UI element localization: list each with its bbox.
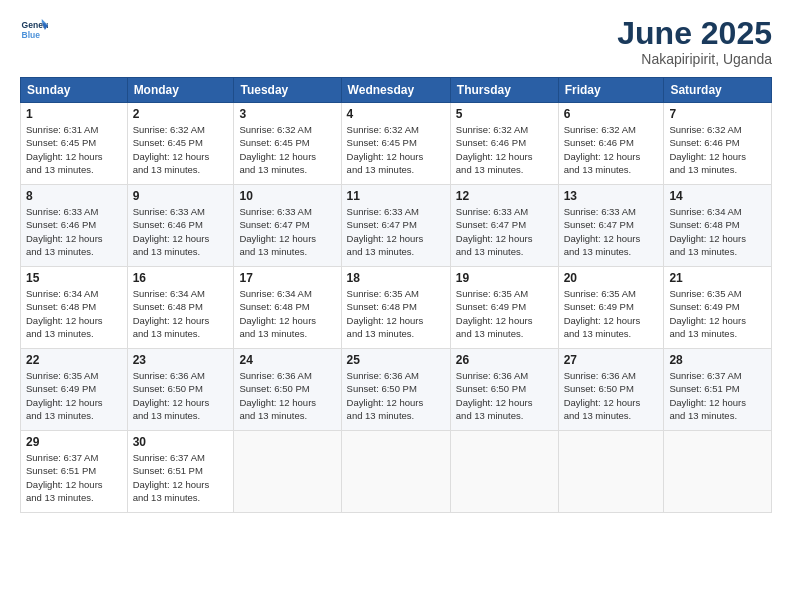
week-row-2: 8Sunrise: 6:33 AM Sunset: 6:46 PM Daylig… (21, 185, 772, 267)
day-number: 3 (239, 107, 335, 121)
day-number: 27 (564, 353, 659, 367)
day-info: Sunrise: 6:37 AM Sunset: 6:51 PM Dayligh… (133, 451, 229, 504)
location: Nakapiripirit, Uganda (617, 51, 772, 67)
table-row: 27Sunrise: 6:36 AM Sunset: 6:50 PM Dayli… (558, 349, 664, 431)
table-row: 5Sunrise: 6:32 AM Sunset: 6:46 PM Daylig… (450, 103, 558, 185)
day-number: 16 (133, 271, 229, 285)
col-thursday: Thursday (450, 78, 558, 103)
day-number: 2 (133, 107, 229, 121)
day-info: Sunrise: 6:35 AM Sunset: 6:49 PM Dayligh… (26, 369, 122, 422)
table-row: 28Sunrise: 6:37 AM Sunset: 6:51 PM Dayli… (664, 349, 772, 431)
table-row: 11Sunrise: 6:33 AM Sunset: 6:47 PM Dayli… (341, 185, 450, 267)
day-info: Sunrise: 6:36 AM Sunset: 6:50 PM Dayligh… (347, 369, 445, 422)
day-number: 29 (26, 435, 122, 449)
header: General Blue June 2025 Nakapiripirit, Ug… (20, 16, 772, 67)
table-row: 1Sunrise: 6:31 AM Sunset: 6:45 PM Daylig… (21, 103, 128, 185)
table-row: 13Sunrise: 6:33 AM Sunset: 6:47 PM Dayli… (558, 185, 664, 267)
table-row (664, 431, 772, 513)
week-row-5: 29Sunrise: 6:37 AM Sunset: 6:51 PM Dayli… (21, 431, 772, 513)
day-number: 22 (26, 353, 122, 367)
day-info: Sunrise: 6:36 AM Sunset: 6:50 PM Dayligh… (456, 369, 553, 422)
table-row: 22Sunrise: 6:35 AM Sunset: 6:49 PM Dayli… (21, 349, 128, 431)
day-number: 23 (133, 353, 229, 367)
day-number: 28 (669, 353, 766, 367)
day-number: 15 (26, 271, 122, 285)
day-info: Sunrise: 6:34 AM Sunset: 6:48 PM Dayligh… (26, 287, 122, 340)
day-info: Sunrise: 6:33 AM Sunset: 6:47 PM Dayligh… (564, 205, 659, 258)
table-row (341, 431, 450, 513)
table-row: 20Sunrise: 6:35 AM Sunset: 6:49 PM Dayli… (558, 267, 664, 349)
month-title: June 2025 (617, 16, 772, 51)
col-monday: Monday (127, 78, 234, 103)
table-row: 18Sunrise: 6:35 AM Sunset: 6:48 PM Dayli… (341, 267, 450, 349)
day-number: 20 (564, 271, 659, 285)
day-number: 19 (456, 271, 553, 285)
table-row: 26Sunrise: 6:36 AM Sunset: 6:50 PM Dayli… (450, 349, 558, 431)
day-info: Sunrise: 6:37 AM Sunset: 6:51 PM Dayligh… (26, 451, 122, 504)
day-info: Sunrise: 6:36 AM Sunset: 6:50 PM Dayligh… (239, 369, 335, 422)
day-number: 4 (347, 107, 445, 121)
day-info: Sunrise: 6:35 AM Sunset: 6:48 PM Dayligh… (347, 287, 445, 340)
logo-icon: General Blue (20, 16, 48, 44)
table-row: 9Sunrise: 6:33 AM Sunset: 6:46 PM Daylig… (127, 185, 234, 267)
table-row: 19Sunrise: 6:35 AM Sunset: 6:49 PM Dayli… (450, 267, 558, 349)
table-row (234, 431, 341, 513)
week-row-3: 15Sunrise: 6:34 AM Sunset: 6:48 PM Dayli… (21, 267, 772, 349)
table-row: 21Sunrise: 6:35 AM Sunset: 6:49 PM Dayli… (664, 267, 772, 349)
day-info: Sunrise: 6:33 AM Sunset: 6:47 PM Dayligh… (347, 205, 445, 258)
table-row: 25Sunrise: 6:36 AM Sunset: 6:50 PM Dayli… (341, 349, 450, 431)
table-row: 7Sunrise: 6:32 AM Sunset: 6:46 PM Daylig… (664, 103, 772, 185)
col-sunday: Sunday (21, 78, 128, 103)
day-info: Sunrise: 6:32 AM Sunset: 6:46 PM Dayligh… (669, 123, 766, 176)
day-info: Sunrise: 6:32 AM Sunset: 6:45 PM Dayligh… (133, 123, 229, 176)
day-info: Sunrise: 6:36 AM Sunset: 6:50 PM Dayligh… (133, 369, 229, 422)
week-row-1: 1Sunrise: 6:31 AM Sunset: 6:45 PM Daylig… (21, 103, 772, 185)
week-row-4: 22Sunrise: 6:35 AM Sunset: 6:49 PM Dayli… (21, 349, 772, 431)
col-tuesday: Tuesday (234, 78, 341, 103)
table-row (558, 431, 664, 513)
day-info: Sunrise: 6:33 AM Sunset: 6:47 PM Dayligh… (239, 205, 335, 258)
table-row: 10Sunrise: 6:33 AM Sunset: 6:47 PM Dayli… (234, 185, 341, 267)
day-number: 25 (347, 353, 445, 367)
day-number: 6 (564, 107, 659, 121)
day-info: Sunrise: 6:36 AM Sunset: 6:50 PM Dayligh… (564, 369, 659, 422)
day-number: 13 (564, 189, 659, 203)
col-saturday: Saturday (664, 78, 772, 103)
col-friday: Friday (558, 78, 664, 103)
table-row: 3Sunrise: 6:32 AM Sunset: 6:45 PM Daylig… (234, 103, 341, 185)
day-info: Sunrise: 6:32 AM Sunset: 6:46 PM Dayligh… (564, 123, 659, 176)
day-number: 17 (239, 271, 335, 285)
day-number: 24 (239, 353, 335, 367)
day-info: Sunrise: 6:35 AM Sunset: 6:49 PM Dayligh… (669, 287, 766, 340)
day-info: Sunrise: 6:32 AM Sunset: 6:45 PM Dayligh… (347, 123, 445, 176)
table-row: 15Sunrise: 6:34 AM Sunset: 6:48 PM Dayli… (21, 267, 128, 349)
table-row: 24Sunrise: 6:36 AM Sunset: 6:50 PM Dayli… (234, 349, 341, 431)
header-row: Sunday Monday Tuesday Wednesday Thursday… (21, 78, 772, 103)
table-row: 23Sunrise: 6:36 AM Sunset: 6:50 PM Dayli… (127, 349, 234, 431)
day-info: Sunrise: 6:33 AM Sunset: 6:46 PM Dayligh… (26, 205, 122, 258)
day-info: Sunrise: 6:34 AM Sunset: 6:48 PM Dayligh… (133, 287, 229, 340)
day-number: 30 (133, 435, 229, 449)
day-number: 14 (669, 189, 766, 203)
calendar-table: Sunday Monday Tuesday Wednesday Thursday… (20, 77, 772, 513)
day-info: Sunrise: 6:33 AM Sunset: 6:47 PM Dayligh… (456, 205, 553, 258)
day-number: 18 (347, 271, 445, 285)
day-number: 21 (669, 271, 766, 285)
day-info: Sunrise: 6:35 AM Sunset: 6:49 PM Dayligh… (564, 287, 659, 340)
table-row: 14Sunrise: 6:34 AM Sunset: 6:48 PM Dayli… (664, 185, 772, 267)
table-row: 16Sunrise: 6:34 AM Sunset: 6:48 PM Dayli… (127, 267, 234, 349)
table-row: 2Sunrise: 6:32 AM Sunset: 6:45 PM Daylig… (127, 103, 234, 185)
table-row: 6Sunrise: 6:32 AM Sunset: 6:46 PM Daylig… (558, 103, 664, 185)
day-number: 10 (239, 189, 335, 203)
day-number: 11 (347, 189, 445, 203)
day-number: 1 (26, 107, 122, 121)
day-info: Sunrise: 6:37 AM Sunset: 6:51 PM Dayligh… (669, 369, 766, 422)
day-info: Sunrise: 6:31 AM Sunset: 6:45 PM Dayligh… (26, 123, 122, 176)
title-block: June 2025 Nakapiripirit, Uganda (617, 16, 772, 67)
day-number: 26 (456, 353, 553, 367)
day-info: Sunrise: 6:34 AM Sunset: 6:48 PM Dayligh… (239, 287, 335, 340)
day-info: Sunrise: 6:33 AM Sunset: 6:46 PM Dayligh… (133, 205, 229, 258)
day-info: Sunrise: 6:32 AM Sunset: 6:46 PM Dayligh… (456, 123, 553, 176)
table-row: 8Sunrise: 6:33 AM Sunset: 6:46 PM Daylig… (21, 185, 128, 267)
col-wednesday: Wednesday (341, 78, 450, 103)
